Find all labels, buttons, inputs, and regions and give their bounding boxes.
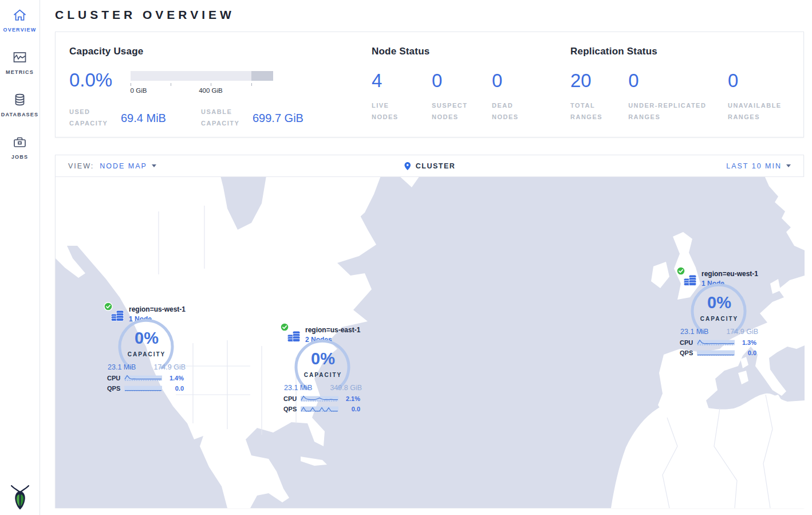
- sidebar-item-jobs[interactable]: JOBS: [11, 135, 28, 160]
- dead-nodes-label: DEAD NODES: [492, 100, 532, 123]
- main-content: CLUSTER OVERVIEW Capacity Usage 0.0% 0 G…: [40, 0, 812, 508]
- replication-status-section: Replication Status 20 TOTAL RANGES 0 UND…: [570, 46, 790, 122]
- chevron-down-icon[interactable]: [152, 164, 156, 167]
- unavailable-ranges-value: 0: [728, 71, 790, 90]
- sidebar-item-overview[interactable]: OVERVIEW: [3, 7, 37, 33]
- qps-label: QPS: [107, 385, 124, 392]
- metrics-icon: [12, 50, 27, 65]
- node-used-capacity: 23.1 MiB: [284, 384, 312, 392]
- database-icon: [12, 92, 27, 108]
- map-node-us-east-1[interactable]: region=us-east-1 2 Nodes 0% CAPACITY 23.…: [283, 324, 362, 412]
- dead-nodes-value: 0: [492, 71, 552, 90]
- summary-card: Capacity Usage 0.0% 0 GiB 400 GiB USED C…: [55, 32, 804, 137]
- capacity-axis-tick: 0 GiB: [131, 87, 147, 94]
- sidebar-item-label: JOBS: [11, 154, 28, 160]
- breadcrumb-cluster: CLUSTER: [416, 162, 456, 170]
- map-node-us-west-1[interactable]: region=us-west-1 1 Node 0% CAPACITY 23.1…: [107, 303, 186, 392]
- capacity-ring-label: CAPACITY: [291, 372, 355, 378]
- view-selector[interactable]: NODE MAP: [100, 162, 147, 170]
- qps-metric-row: QPS 0.0: [680, 349, 759, 356]
- under-replicated-ranges-value: 0: [628, 71, 728, 90]
- node-used-capacity: 23.1 MiB: [680, 328, 708, 336]
- capacity-usage-title: Capacity Usage: [69, 46, 372, 57]
- chevron-down-icon[interactable]: [786, 164, 791, 167]
- briefcase-icon: [12, 135, 27, 150]
- capacity-percent: 0%: [115, 329, 179, 348]
- node-total-capacity: 349.8 GiB: [330, 384, 362, 392]
- capacity-usage-section: Capacity Usage 0.0% 0 GiB 400 GiB USED C…: [69, 46, 372, 122]
- node-region-label: region=us-east-1: [305, 324, 360, 334]
- capacity-percent: 0%: [687, 293, 751, 312]
- map-toolbar: VIEW: NODE MAP CLUSTER LAST 10 MIN: [56, 155, 803, 177]
- capacity-bar: 0 GiB 400 GiB: [131, 71, 273, 89]
- replication-status-title: Replication Status: [570, 46, 790, 57]
- used-capacity-label: USED CAPACITY: [69, 107, 121, 129]
- node-status-section: Node Status 4 LIVE NODES 0 SUSPECT NODES…: [372, 46, 570, 122]
- node-status-title: Node Status: [372, 46, 570, 57]
- qps-value: 0.0: [735, 349, 756, 356]
- node-region-label: region=eu-west-1: [701, 268, 758, 278]
- under-replicated-ranges-stat: 0 UNDER-REPLICATED RANGES: [628, 71, 728, 123]
- sidebar-item-label: DATABASES: [1, 112, 38, 117]
- home-icon: [12, 7, 27, 23]
- qps-metric-row: QPS 0.0: [107, 384, 186, 392]
- time-range-selector[interactable]: LAST 10 MIN: [726, 162, 782, 170]
- sidebar-item-metrics[interactable]: METRICS: [6, 50, 34, 75]
- sidebar: OVERVIEW METRICS DATABASES JOBS: [0, 0, 40, 515]
- unavailable-ranges-label: UNAVAILABLE RANGES: [728, 100, 790, 123]
- node-region-label: region=us-west-1: [129, 303, 186, 313]
- page-title: CLUSTER OVERVIEW: [55, 8, 804, 22]
- suspect-nodes-value: 0: [432, 71, 492, 90]
- capacity-used-percent: 0.0%: [69, 70, 131, 89]
- suspect-nodes-label: SUSPECT NODES: [432, 100, 472, 123]
- node-total-capacity: 174.9 GiB: [153, 363, 186, 371]
- usable-capacity-value: 699.7 GiB: [253, 112, 303, 125]
- location-pin-icon: [404, 161, 412, 171]
- sidebar-item-label: METRICS: [6, 69, 34, 75]
- total-ranges-value: 20: [570, 71, 628, 90]
- total-ranges-stat: 20 TOTAL RANGES: [570, 71, 628, 123]
- map-node-eu-west-1[interactable]: region=eu-west-1 1 Node 0% CAPACITY 23.1…: [680, 268, 759, 356]
- node-map[interactable]: region=us-west-1 1 Node 0% CAPACITY 23.1…: [56, 177, 805, 508]
- usable-capacity-label: USABLE CAPACITY: [201, 107, 253, 129]
- capacity-axis-tick: 400 GiB: [199, 87, 223, 94]
- sidebar-item-databases[interactable]: DATABASES: [1, 92, 38, 117]
- node-total-capacity: 174.9 GiB: [726, 328, 758, 336]
- capacity-bar-dark-segment: [251, 71, 273, 81]
- sidebar-item-label: OVERVIEW: [3, 27, 37, 33]
- under-replicated-ranges-label: UNDER-REPLICATED RANGES: [628, 100, 720, 123]
- qps-label: QPS: [283, 406, 301, 412]
- node-map-card: VIEW: NODE MAP CLUSTER LAST 10 MIN: [55, 155, 804, 508]
- qps-sparkline: [697, 349, 735, 356]
- qps-metric-row: QPS 0.0: [283, 405, 362, 412]
- cockroachdb-logo: [0, 484, 40, 510]
- capacity-ring-label: CAPACITY: [687, 316, 751, 322]
- dead-nodes-stat: 0 DEAD NODES: [492, 71, 552, 123]
- qps-value: 0.0: [338, 406, 360, 412]
- used-capacity-value: 69.4 MiB: [121, 112, 201, 125]
- suspect-nodes-stat: 0 SUSPECT NODES: [432, 71, 492, 123]
- capacity-ring-label: CAPACITY: [115, 351, 179, 357]
- live-nodes-stat: 4 LIVE NODES: [372, 71, 432, 123]
- capacity-percent: 0%: [291, 349, 355, 368]
- total-ranges-label: TOTAL RANGES: [570, 100, 628, 123]
- node-used-capacity: 23.1 MiB: [108, 363, 136, 371]
- unavailable-ranges-stat: 0 UNAVAILABLE RANGES: [728, 71, 790, 123]
- live-nodes-value: 4: [372, 71, 432, 90]
- qps-sparkline: [124, 384, 162, 392]
- live-nodes-label: LIVE NODES: [372, 100, 412, 123]
- qps-label: QPS: [680, 349, 697, 356]
- qps-sparkline: [301, 405, 338, 412]
- qps-value: 0.0: [162, 385, 184, 392]
- view-label: VIEW:: [68, 162, 94, 170]
